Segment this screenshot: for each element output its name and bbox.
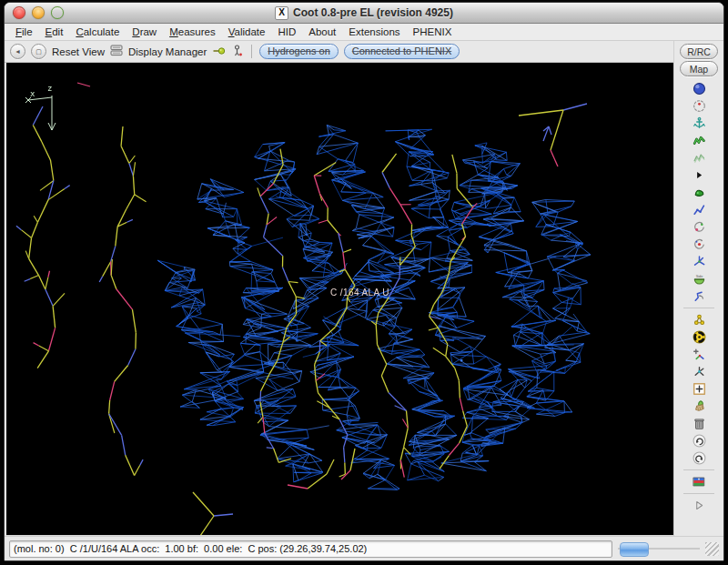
toolbar-round-arrow-button[interactable]: ◄ xyxy=(10,44,25,59)
horizontal-scrollbar[interactable] xyxy=(618,541,700,556)
toolbar-round-square-button[interactable]: ▢ xyxy=(31,44,46,59)
run-refmac-icon[interactable] xyxy=(688,473,710,490)
display-manager-icon xyxy=(110,45,123,58)
zoom-button[interactable] xyxy=(51,6,64,19)
menu-validate[interactable]: Validate xyxy=(222,25,272,38)
modelling-icon-stack: Side xyxy=(683,80,714,514)
menu-file[interactable]: File xyxy=(9,25,39,38)
sphere-icon[interactable] xyxy=(688,80,710,97)
window-title: X Coot 0.8-pre EL (revision 4925) xyxy=(275,6,453,20)
hydrogens-toggle-button[interactable]: Hydrogens on xyxy=(259,44,339,59)
expand-toolbar-icon[interactable] xyxy=(688,497,710,514)
window-title-text: Coot 0.8-pre EL (revision 4925) xyxy=(293,6,453,19)
main-toolbar: ◄ ▢ Reset View Display Manager xyxy=(5,41,673,63)
toolbar-separator xyxy=(683,308,714,308)
add-terminal-residue-icon[interactable] xyxy=(688,311,710,328)
svg-text:Side: Side xyxy=(695,275,703,278)
right-toolbar: R/RC Map Side xyxy=(673,41,723,536)
add-alt-conf-icon[interactable] xyxy=(688,346,710,363)
idle-clock-icon[interactable] xyxy=(688,97,710,115)
app-window: X Coot 0.8-pre EL (revision 4925) FileEd… xyxy=(4,2,724,561)
toolbar-separator xyxy=(683,469,714,470)
auto-fit-rotamer-icon[interactable] xyxy=(688,218,710,236)
atom-figure-icon[interactable] xyxy=(231,45,244,59)
menu-extensions[interactable]: Extensions xyxy=(342,25,406,38)
more-tools-arrow-icon[interactable] xyxy=(688,166,710,184)
x11-window-icon: X xyxy=(275,6,288,20)
rrc-button[interactable]: R/RC xyxy=(680,44,718,59)
atom-status-text: (mol. no: 0) C /1/U/164 ALA occ: 1.00 bf… xyxy=(9,540,612,558)
rotamer-select-icon[interactable] xyxy=(688,236,710,253)
real-space-refine-icon[interactable] xyxy=(688,132,710,149)
resize-grip[interactable] xyxy=(705,542,719,556)
toolbar-separator xyxy=(683,493,714,494)
reset-view-button[interactable]: Reset View xyxy=(52,46,105,57)
menu-bar: FileEditCalculateDrawMeasuresValidateHID… xyxy=(5,24,723,41)
key-toggle-icon[interactable] xyxy=(212,45,226,59)
edit-chi-angles-icon[interactable] xyxy=(688,253,710,270)
rotate-translate-icon[interactable] xyxy=(688,201,710,218)
anchor-icon[interactable] xyxy=(688,115,710,132)
menu-measures[interactable]: Measures xyxy=(163,25,222,38)
flip-peptide-icon[interactable] xyxy=(688,288,710,305)
rigid-body-fit-icon[interactable] xyxy=(688,184,710,201)
menu-hid[interactable]: HID xyxy=(271,25,302,38)
pointer-atom-icon[interactable] xyxy=(688,380,710,398)
toolbar-separator xyxy=(251,45,252,58)
scrollbar-thumb[interactable] xyxy=(620,542,649,557)
menu-calculate[interactable]: Calculate xyxy=(69,25,126,38)
delete-item-icon[interactable] xyxy=(688,415,710,432)
3d-viewport[interactable]: C /164 ALA U xyxy=(5,63,673,536)
menu-phenix[interactable]: PHENIX xyxy=(407,25,459,38)
title-bar[interactable]: X Coot 0.8-pre EL (revision 4925) xyxy=(5,3,723,24)
flip-sidechain-icon[interactable]: Side xyxy=(688,270,710,288)
menu-about[interactable]: About xyxy=(302,25,342,38)
undo-icon[interactable] xyxy=(688,432,710,449)
status-bar: (mol. no: 0) C /1/U/164 ALA occ: 1.00 bf… xyxy=(5,536,723,560)
place-atom-icon[interactable] xyxy=(688,363,710,380)
minimize-button[interactable] xyxy=(32,6,45,19)
regularize-zone-icon[interactable] xyxy=(688,149,710,166)
clear-picks-icon[interactable] xyxy=(688,398,710,415)
mutate-icon[interactable] xyxy=(688,328,710,346)
close-button[interactable] xyxy=(13,6,25,19)
molecule-scene-canvas[interactable] xyxy=(6,63,673,535)
map-button[interactable]: Map xyxy=(680,61,718,76)
redo-icon[interactable] xyxy=(688,449,710,467)
menu-edit[interactable]: Edit xyxy=(39,25,70,38)
phenix-connection-button[interactable]: Connected to PHENIX xyxy=(344,44,460,59)
display-manager-button[interactable]: Display Manager xyxy=(128,46,207,57)
menu-draw[interactable]: Draw xyxy=(126,25,163,38)
traffic-lights xyxy=(13,3,64,23)
